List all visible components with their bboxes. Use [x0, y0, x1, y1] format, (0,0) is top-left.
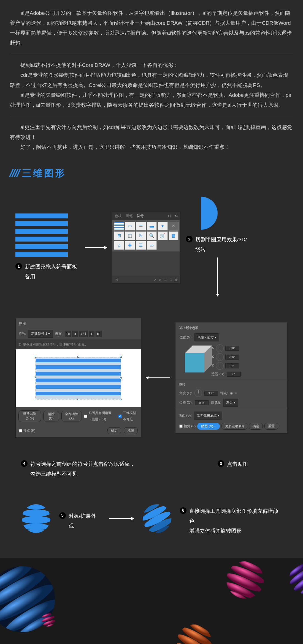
step-badge: 3 [218, 460, 224, 467]
cap-off-icon[interactable]: ○ [235, 390, 237, 396]
options-icon[interactable]: ☰ [164, 277, 167, 283]
position-row: 位置 (N): 离轴 - 前方 ▾ [175, 333, 287, 342]
svg-point-1 [26, 504, 47, 509]
step-badge: 6 [180, 507, 186, 514]
menu-icon[interactable]: ▾≡ [175, 213, 178, 219]
step-text: 增强立体感并旋转图形 [189, 526, 282, 536]
symbol-item[interactable]: 🛒 [158, 231, 167, 240]
symbol-grid: ▭ ═ ▬ ▾ ✕ ⊞ ⬚ ℕ 🔍 🛒 ▦ ⌂ ✚ ☰ ▭ [112, 220, 180, 251]
ok-button[interactable]: 确定 [249, 423, 263, 430]
offset-input[interactable] [195, 400, 209, 405]
step-5-label: 5 对象/扩展外观 [59, 511, 101, 531]
shade-checkbox[interactable]: 贴图具有明暗调（较慢）(H) [84, 410, 117, 423]
from-dropdown[interactable]: 左边 ▾ [223, 399, 238, 407]
position-dropdown[interactable]: 离轴 - 前方 ▾ [194, 333, 219, 341]
symbol-item[interactable]: ⌂ [114, 241, 124, 250]
first-icon[interactable]: |◀ [65, 331, 71, 337]
symbol-item[interactable] [114, 222, 124, 231]
cap-label: 端点: [220, 390, 228, 396]
symbol-item[interactable]: 🔍 [147, 231, 157, 240]
clear-button[interactable]: 清除 (C) [43, 411, 59, 421]
slash-icon: //// [7, 163, 22, 183]
symbol-item[interactable]: ▾ [158, 222, 167, 231]
dial-x[interactable] [216, 344, 224, 352]
clear-all-button[interactable]: 全部清除 (A) [61, 411, 82, 421]
perspective-input[interactable] [227, 372, 241, 377]
article-content: ai是Adobe公司开发的一款基于矢量绘图软件，从名字也能看出（Illustra… [0, 0, 303, 552]
symbol-item[interactable]: ✕ [169, 222, 178, 231]
collapse-icon[interactable]: ▸| [168, 213, 171, 219]
3d-cube-preview[interactable] [181, 344, 209, 372]
tab-symbols[interactable]: 符号 [137, 213, 144, 220]
invisible-checkbox[interactable]: 三维模型不可见 [118, 410, 138, 423]
break-link-icon[interactable]: ⊘ [159, 277, 161, 283]
intro-paragraph: 提到ai就不得不提他的对手CorelDRAW，个人浅谈一下各自的优劣： [10, 60, 293, 70]
library-icon[interactable]: IN [115, 277, 118, 283]
ok-button[interactable]: 确定 [107, 427, 121, 434]
fit-button[interactable]: 缩放以适合 (F) [18, 410, 41, 422]
dial-angle[interactable] [194, 389, 202, 397]
step-text: 点击贴图 [227, 459, 248, 469]
arrow-right-icon [85, 247, 107, 248]
angle-y-input[interactable] [225, 355, 239, 360]
step-row-1: 1 新建图形拖入符号面板备用 色板 画笔 符号 ▸| ▾≡ ▭ ═ ▬ ▾ ✕ [10, 197, 293, 309]
intro-paragraph: ai是专业的矢量绘图软件，几乎不能处理位图，有一定的排版能力，然而这些都不是软肋… [10, 90, 293, 110]
symbol-item[interactable]: ▭ [147, 241, 157, 250]
symbol-item[interactable]: ✚ [125, 241, 135, 250]
new-icon[interactable]: ⊞ [170, 277, 172, 283]
surface-pager[interactable]: |◀ ◀ 1 / 1 ▶ ▶| [65, 331, 102, 337]
arrow-right-icon [109, 518, 134, 519]
next-icon[interactable]: ▶ [89, 331, 94, 337]
symbol-item[interactable]: ⬚ [125, 231, 135, 240]
more-options-button[interactable]: 更多选项 (O) [221, 423, 248, 430]
intro-paragraph: 好了，闲话不再赘述，进入正题，这里只讲解一些实用技巧与冷知识，基础知识不作重点！ [10, 142, 293, 152]
step-2-label: 2 切割半圆应用效果/3D/绕转 [186, 235, 249, 254]
intro-paragraph: ai是Adobe公司开发的一款基于矢量绘图软件，从名字也能看出（Illustra… [10, 8, 293, 48]
step-badge: 5 [59, 512, 66, 519]
intro-paragraph: ai更注重于先有设计方向然后绘制，如cdr如果五边形改为六边形只需要边数改为六即… [10, 122, 293, 142]
step-6-label: 6 直接选择工具选择底部图形填充偏暗颜色 增强立体感并旋转图形 [180, 506, 282, 536]
symbol-item[interactable]: ☰ [136, 241, 146, 250]
cap-on-icon[interactable]: ◉ [230, 390, 233, 396]
dial-y[interactable] [216, 353, 224, 361]
delete-icon[interactable]: 🗑 [175, 277, 178, 283]
map-art-button[interactable]: 贴图 (A)... [197, 423, 220, 430]
symbol-item[interactable]: ▬ [147, 222, 157, 231]
divider [10, 54, 293, 54]
section-title: //// 三维图形 [10, 163, 293, 183]
place-icon[interactable]: ↗ [154, 277, 156, 283]
preview-checkbox[interactable]: 预览 (P) [19, 427, 35, 434]
arrow-down-icon [217, 257, 218, 296]
reset-button[interactable]: 重置 [264, 423, 278, 430]
symbol-item[interactable]: ═ [136, 222, 146, 231]
surface-dropdown[interactable]: 塑料效果底纹 ▾ [194, 412, 222, 420]
symbol-item[interactable]: ℕ [136, 231, 146, 240]
step-text: 勾选三维模型不可见 [30, 469, 135, 479]
step-row-4: 5 对象/扩展外观 6 直接选择工具选择底部图形填充偏暗颜色 增强立体感并旋转图… [10, 501, 293, 552]
tab-swatches[interactable]: 色板 [115, 213, 122, 220]
3d-revolve-panel: 3D 绕转选项 位置 (N): 离轴 - 前方 ▾ ⟲ ⟲ ⟲ 透视 (R): … [175, 322, 288, 434]
step-2-column: 2 切割半圆应用效果/3D/绕转 [186, 197, 288, 298]
tab-brushes[interactable]: 画笔 [126, 213, 133, 220]
symbol-item[interactable]: ▦ [169, 231, 178, 240]
step-3-label: 3 点击贴图 [218, 459, 248, 479]
angle-x-input[interactable] [225, 346, 239, 351]
angle-z-input[interactable] [225, 363, 239, 368]
showcase-graphic [0, 558, 303, 644]
angle-label: 角度 (E): [179, 390, 192, 396]
intro-paragraph: cdr是专业的图形绘制软件而且排版能力也较ai出色，也具有一定的位图编辑能力，软… [10, 70, 293, 90]
preview-checkbox[interactable]: 预览 (P) [179, 423, 196, 429]
dial-z[interactable] [216, 362, 224, 370]
symbol-item[interactable]: ▭ [125, 222, 135, 231]
prev-icon[interactable]: ◀ [72, 331, 78, 337]
revolve-angle-input[interactable] [204, 391, 218, 396]
cancel-button[interactable]: 取消 [124, 427, 138, 434]
symbol-dropdown[interactable]: 新建符号 1 ▾ [28, 330, 53, 338]
symbol-item[interactable]: ⊞ [114, 231, 124, 240]
from-label: 自 (M): [211, 399, 221, 406]
last-icon[interactable]: ▶| [96, 331, 102, 337]
mapping-canvas[interactable] [16, 349, 141, 407]
step-text: 新建图形拖入符号面板备用 [25, 262, 79, 282]
svg-point-36 [12, 642, 60, 644]
section-heading: 三维图形 [22, 164, 66, 182]
